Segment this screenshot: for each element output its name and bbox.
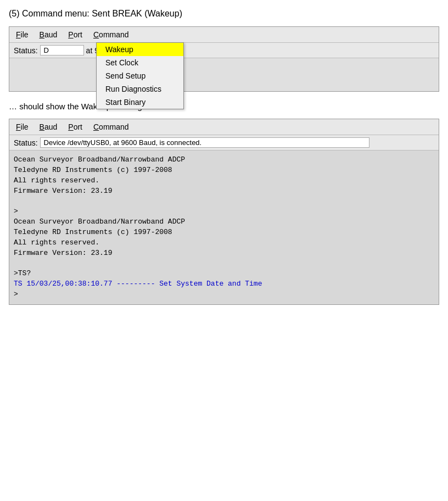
status-bar-1: Status: D at 9600 Baud, is connected. — [9, 43, 439, 58]
dropdown-item-setclock[interactable]: Set Clock — [97, 56, 183, 69]
command-dropdown: Wakeup Set Clock Send Setup Run Diagnost… — [96, 42, 184, 109]
status-value-2: Device /dev/ttyUSB0, at 9600 Baud, is co… — [40, 137, 369, 148]
menu-command-2[interactable]: Command — [91, 121, 131, 132]
menu-port-2[interactable]: Port — [66, 121, 85, 132]
menu-baud-1[interactable]: Baud — [37, 29, 60, 40]
terminal-line-4: Firmware Version: 23.19 — [14, 187, 112, 195]
terminal-line-2: Teledyne RD Instruments (c) 1997-2008 — [14, 166, 172, 174]
terminal-line-11: TS 15/03/25,00:38:10.77 --------- Set Sy… — [14, 280, 262, 288]
terminal-output[interactable]: Ocean Surveyor Broadband/Narrowband ADCP… — [9, 151, 439, 304]
terminal-line-12: > — [14, 290, 18, 298]
menu-file-1[interactable]: File — [14, 29, 31, 40]
menu-port-1[interactable]: Port — [66, 29, 85, 40]
terminal-line-8: All rights reserved. — [14, 238, 99, 247]
terminal-line-9: Firmware Version: 23.19 — [14, 249, 112, 257]
dropdown-item-rundiagnostics[interactable]: Run Diagnostics — [97, 82, 183, 96]
menubar-1: File Baud Port Command Wakeup Set Clock … — [9, 27, 439, 43]
window-1: File Baud Port Command Wakeup Set Clock … — [9, 26, 439, 92]
dropdown-item-wakeup[interactable]: Wakeup — [97, 43, 183, 56]
dropdown-item-sendsetup[interactable]: Send Setup — [97, 69, 183, 82]
menu-baud-2[interactable]: Baud — [37, 121, 60, 132]
terminal-line-5: > — [14, 207, 18, 215]
terminal-area-1 — [9, 58, 439, 91]
terminal-line-3: All rights reserved. — [14, 176, 99, 185]
terminal-line-6: Ocean Surveyor Broadband/Narrowband ADCP — [14, 218, 185, 226]
status-bar-2: Status: Device /dev/ttyUSB0, at 9600 Bau… — [9, 135, 439, 151]
page-title: (5) Command menu: Sent BREAK (Wakeup) — [9, 9, 439, 19]
terminal-line-1: Ocean Surveyor Broadband/Narrowband ADCP — [14, 155, 185, 164]
terminal-line-10: >TS? — [14, 269, 31, 277]
status-value-1: D — [40, 45, 84, 55]
separator-text: … should show the Wakeup message: — [9, 102, 439, 111]
status-label-1: Status: — [14, 46, 38, 55]
window-2: File Baud Port Command Status: Device /d… — [9, 119, 439, 305]
terminal-line-7: Teledyne RD Instruments (c) 1997-2008 — [14, 228, 172, 236]
menu-file-2[interactable]: File — [14, 121, 31, 132]
menu-command-1[interactable]: Command — [91, 29, 131, 40]
status-label-2: Status: — [14, 138, 38, 147]
menubar-2: File Baud Port Command — [9, 119, 439, 135]
dropdown-item-startbinary[interactable]: Start Binary — [97, 96, 183, 109]
